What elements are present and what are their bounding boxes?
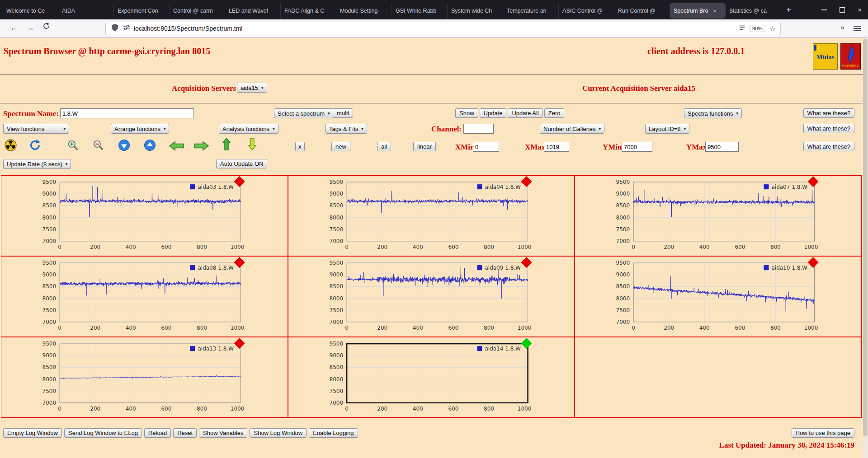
down-arrow-icon[interactable]: [248, 138, 256, 150]
view-functions-dropdown[interactable]: View functions▾: [3, 124, 69, 134]
empty-log-window-button[interactable]: Empty Log Window: [3, 428, 62, 438]
window-maximize-icon[interactable]: [840, 7, 845, 13]
svg-text:8500: 8500: [42, 202, 57, 209]
spectrum-cell-aida07[interactable]: 7000750080008500900095000200400600800100…: [575, 175, 862, 256]
spectrum-cell-aida10[interactable]: 7000750080008500900095000200400600800100…: [575, 256, 862, 337]
radiation-icon[interactable]: [5, 139, 17, 151]
show-button[interactable]: Show: [455, 108, 478, 118]
svg-text:7500: 7500: [616, 226, 630, 233]
spectrum-chart[interactable]: 7000750080008500900095000200400600800100…: [288, 257, 575, 336]
url-text[interactable]: localhost:8015/Spectrum/Spectrum.tml: [134, 25, 242, 32]
linear-button[interactable]: linear: [413, 142, 436, 151]
show-log-window-button[interactable]: Show Log Window: [250, 428, 307, 438]
ymin-input[interactable]: [622, 142, 652, 152]
menu-hamburger-icon[interactable]: [854, 26, 861, 33]
overflow-chevron-icon[interactable]: »: [840, 23, 844, 32]
xmax-input[interactable]: [544, 142, 569, 152]
tab-experiment-control[interactable]: Experiment Con: [114, 3, 170, 19]
how-to-use-button[interactable]: How to use this page: [792, 428, 854, 438]
number-of-galleries-dropdown[interactable]: Number of Galleries▾: [540, 124, 604, 134]
spectrum-chart[interactable]: 7000750080008500900095000200400600800100…: [1, 257, 288, 336]
ymax-input[interactable]: [705, 142, 739, 152]
window-close-icon[interactable]: ×: [858, 6, 862, 13]
new-button[interactable]: new: [331, 142, 350, 151]
update-rate-dropdown[interactable]: Update Rate (8 secs)▾: [3, 159, 71, 169]
spectrum-chart[interactable]: 7000750080008500900095000200400600800100…: [1, 176, 288, 256]
spectra-functions-dropdown[interactable]: Spectra functions▾: [684, 108, 742, 118]
layout-id-dropdown[interactable]: Layout ID=8▾: [645, 124, 689, 134]
svg-text:8500: 8500: [616, 283, 630, 290]
bookmark-star-icon[interactable]: ☆: [769, 24, 776, 33]
update-button[interactable]: Update: [480, 108, 507, 118]
spectrum-cell-aida09[interactable]: 7000750080008500900095000200400600800100…: [288, 256, 575, 337]
arrange-functions-dropdown[interactable]: Arrange functions▾: [111, 124, 169, 134]
x-button[interactable]: x: [295, 142, 305, 151]
window-minimize-icon[interactable]: [821, 9, 827, 10]
tab-control[interactable]: Control @ carm: [170, 3, 225, 19]
up-arrow-icon[interactable]: [222, 138, 231, 150]
spectrum-chart[interactable]: 7000750080008500900095000200400600800100…: [288, 176, 575, 256]
shield-icon[interactable]: [111, 23, 118, 33]
what-are-these-button-2[interactable]: What are these?: [803, 124, 854, 133]
tab-temperature[interactable]: Temperature an: [503, 3, 559, 19]
tab-asic-control[interactable]: ASIC Control @: [559, 3, 614, 19]
zoom-out-icon[interactable]: [92, 139, 104, 151]
xmin-input[interactable]: [473, 142, 499, 152]
spectrum-cell-aida14[interactable]: 7000750080008500900095000200400600800100…: [288, 337, 575, 418]
tab-spectrum-browser[interactable]: Spectrum Bro×: [670, 3, 726, 19]
blue-down-arrow-icon[interactable]: [118, 139, 130, 151]
tab-module-settings[interactable]: Module Setting: [336, 3, 392, 19]
tags-fits-dropdown[interactable]: Tags & Fits▾: [326, 124, 367, 134]
update-all-button[interactable]: Update All: [508, 108, 542, 118]
what-are-these-button-1[interactable]: What are these?: [803, 108, 854, 118]
blue-up-arrow-icon[interactable]: [144, 139, 156, 151]
spectrum-cell-aida03[interactable]: 7000750080008500900095000200400600800100…: [1, 175, 288, 256]
multi-button[interactable]: multi: [333, 108, 353, 118]
url-bar[interactable]: localhost:8015/Spectrum/Spectrum.tml 90%…: [105, 22, 781, 35]
analysis-functions-dropdown[interactable]: Analysis functions▾: [219, 124, 278, 134]
acquisition-server-select[interactable]: aida15▾: [237, 83, 267, 93]
spectrum-name-input[interactable]: [60, 108, 194, 118]
select-spectrum-dropdown[interactable]: Select a spectrum▾: [274, 108, 334, 118]
tab-aida[interactable]: AIDA: [58, 3, 114, 19]
back-icon[interactable]: ←: [10, 23, 18, 33]
permissions-icon[interactable]: [123, 24, 130, 33]
spectrum-cell-aida04[interactable]: 7000750080008500900095000200400600800100…: [288, 175, 575, 256]
channel-input[interactable]: [463, 124, 494, 134]
enable-logging-button[interactable]: Enable Logging: [309, 428, 358, 438]
tab-statistics[interactable]: Statistics @ ca: [726, 3, 781, 19]
auto-update-button[interactable]: Auto Update ON: [216, 159, 267, 168]
tab-run-control[interactable]: Run Control @: [614, 3, 670, 19]
tab-fadc-align[interactable]: FADC Align & C: [281, 3, 336, 19]
reload-icon[interactable]: [42, 22, 50, 32]
spectrum-chart[interactable]: 7000750080008500900095000200400600800100…: [1, 337, 288, 417]
zoom-in-icon[interactable]: [67, 139, 79, 151]
what-are-these-button-3[interactable]: What are these?: [803, 142, 854, 151]
next-arrow-icon[interactable]: [194, 141, 209, 151]
send-log-to-elog-button[interactable]: Send Log Window to ELog: [64, 428, 142, 438]
spectrum-cell-aida13[interactable]: 7000750080008500900095000200400600800100…: [1, 337, 288, 418]
reload-button[interactable]: Reload: [144, 428, 171, 438]
spectrum-chart[interactable]: 7000750080008500900095000200400600800100…: [288, 337, 575, 417]
refresh-icon[interactable]: [29, 139, 41, 151]
scrollbar-thumb[interactable]: [863, 39, 868, 436]
spectrum-chart[interactable]: 7000750080008500900095000200400600800100…: [575, 176, 861, 256]
previous-arrow-icon[interactable]: [169, 141, 184, 151]
all-button[interactable]: all: [377, 142, 391, 151]
tab-gsi-white-rabbit[interactable]: GSI White Rabb: [392, 3, 448, 19]
tab-close-icon[interactable]: ×: [713, 8, 717, 14]
zoom-level-badge[interactable]: 90%: [750, 25, 765, 32]
spectrum-cell-aida08[interactable]: 7000750080008500900095000200400600800100…: [1, 256, 288, 337]
spectrum-chart[interactable]: 7000750080008500900095000200400600800100…: [575, 257, 861, 336]
svg-text:1000: 1000: [231, 244, 245, 250]
reader-mode-icon[interactable]: [739, 24, 745, 33]
tab-welcome[interactable]: Welcome to Ce: [3, 3, 58, 19]
tab-led-waveform[interactable]: LED and Wavef: [225, 3, 281, 19]
show-variables-button[interactable]: Show Variables: [199, 428, 247, 438]
tab-system-wide[interactable]: System wide Ch: [448, 3, 503, 19]
scrollbar[interactable]: [863, 38, 868, 458]
zero-button[interactable]: Zero: [544, 108, 565, 118]
reset-button[interactable]: Reset: [173, 428, 197, 438]
forward-icon[interactable]: →: [26, 23, 34, 33]
new-tab-button[interactable]: +: [781, 0, 796, 19]
